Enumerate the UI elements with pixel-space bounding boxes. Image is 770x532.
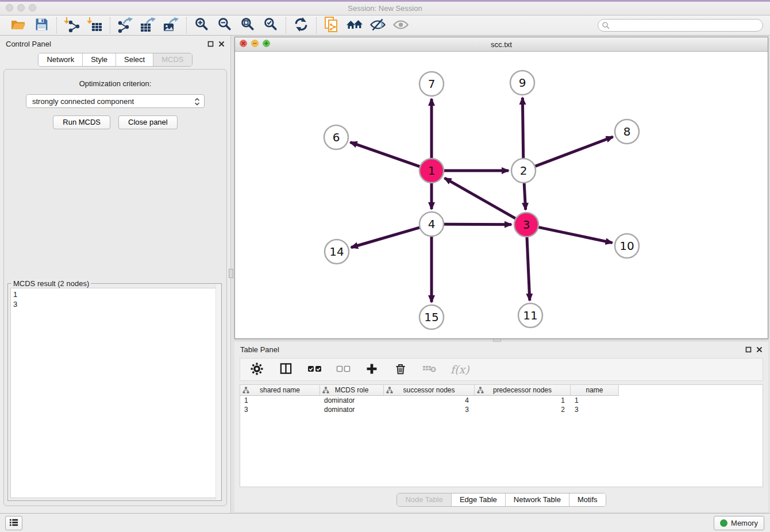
- column-header-predecessor-nodes[interactable]: predecessor nodes: [475, 385, 571, 396]
- table-row-0[interactable]: 1dominator411: [240, 396, 763, 405]
- edge-1-6[interactable]: [351, 142, 421, 167]
- graph-node-10[interactable]: 10: [615, 234, 639, 258]
- list-icon: [9, 518, 19, 529]
- node-label: 3: [523, 218, 530, 232]
- delete-column-button[interactable]: [393, 361, 408, 377]
- deselect-all-rows-button[interactable]: [336, 361, 351, 377]
- zoom-out-button[interactable]: [213, 17, 236, 34]
- tab-style[interactable]: Style: [82, 53, 116, 66]
- tab-mcds[interactable]: MCDS: [153, 53, 191, 66]
- graph-node-11[interactable]: 11: [518, 303, 542, 327]
- cell-predecessor-nodes[interactable]: 2: [475, 406, 571, 414]
- export-network-button[interactable]: [114, 17, 137, 34]
- edge-3-11[interactable]: [527, 237, 530, 300]
- table-panel: Table Panel f(x) shared nameMCDS rolesuc…: [234, 342, 768, 512]
- column-header-successor-nodes[interactable]: successor nodes: [384, 385, 475, 396]
- float-table-panel-icon[interactable]: [745, 346, 752, 353]
- toolbar-separator: [316, 17, 317, 33]
- vertical-splitter-grip[interactable]: [229, 269, 233, 278]
- memory-status-icon: [720, 519, 727, 527]
- export-table-button[interactable]: [137, 17, 160, 34]
- import-network-button[interactable]: [60, 17, 83, 34]
- graph-node-2[interactable]: 2: [511, 159, 536, 183]
- edge-3-10[interactable]: [538, 227, 613, 242]
- export-network-icon: [117, 17, 134, 34]
- tab-select[interactable]: Select: [116, 53, 153, 66]
- toggle-columns-button[interactable]: [278, 361, 293, 377]
- mcds-result-text[interactable]: 1 3: [10, 288, 219, 498]
- edge-4-3[interactable]: [444, 224, 511, 225]
- graph-node-7[interactable]: 7: [419, 72, 444, 96]
- zoom-in-button[interactable]: [190, 17, 213, 34]
- tab-network[interactable]: Network: [38, 53, 82, 66]
- check-boxes-icon: [307, 364, 322, 376]
- refresh-view-button[interactable]: [290, 17, 313, 34]
- edge-2-8[interactable]: [535, 137, 613, 166]
- zoom-fit-button[interactable]: [236, 17, 259, 34]
- close-panel-icon[interactable]: [218, 41, 225, 47]
- graph-node-1[interactable]: 1: [419, 159, 444, 183]
- home-button[interactable]: [343, 17, 366, 34]
- table-row-1[interactable]: 3dominator323: [240, 405, 763, 414]
- graph-node-9[interactable]: 9: [510, 71, 534, 95]
- cell-shared-name[interactable]: 3: [240, 406, 320, 414]
- cell-successor-nodes[interactable]: 3: [384, 406, 475, 414]
- cell-MCDS-role[interactable]: dominator: [320, 406, 384, 414]
- close-table-panel-icon[interactable]: [756, 346, 763, 353]
- table-settings-button[interactable]: [249, 361, 264, 377]
- close-panel-button[interactable]: Close panel: [118, 115, 178, 129]
- edge-2-9[interactable]: [522, 98, 523, 159]
- cell-MCDS-role[interactable]: dominator: [320, 396, 384, 404]
- network-canvas[interactable]: 7968124314101511: [235, 52, 768, 338]
- graph-node-4[interactable]: 4: [419, 212, 444, 236]
- network-window-titlebar: scc.txt: [235, 37, 768, 52]
- float-panel-icon[interactable]: [207, 41, 214, 47]
- node-table-body: 1dominator4113dominator323: [240, 396, 763, 414]
- eye-slash-icon: [369, 17, 386, 34]
- column-header-shared-name[interactable]: shared name: [240, 385, 320, 396]
- tab-motifs[interactable]: Motifs: [569, 494, 606, 506]
- cell-name[interactable]: 3: [571, 406, 619, 414]
- run-mcds-button[interactable]: Run MCDS: [53, 115, 110, 129]
- export-table-icon: [140, 17, 157, 34]
- node-label: 11: [523, 309, 537, 322]
- edge-3-1[interactable]: [445, 178, 516, 219]
- optimization-criterion-select[interactable]: strongly connected component: [26, 94, 205, 108]
- memory-button[interactable]: Memory: [714, 516, 764, 530]
- add-column-button[interactable]: [364, 361, 379, 377]
- mcds-result-scrollbar[interactable]: [215, 284, 221, 500]
- export-image-button[interactable]: [160, 17, 183, 34]
- tab-edge-table[interactable]: Edge Table: [451, 494, 505, 506]
- function-builder-button[interactable]: f(x): [451, 361, 469, 377]
- table-delete-icon: [422, 364, 437, 376]
- tab-network-table[interactable]: Network Table: [505, 494, 569, 506]
- fx-icon: f(x): [451, 363, 469, 376]
- graph-node-6[interactable]: 6: [324, 125, 348, 149]
- import-table-button[interactable]: [83, 17, 106, 34]
- search-input[interactable]: [598, 19, 763, 32]
- cell-successor-nodes[interactable]: 4: [384, 396, 475, 404]
- task-history-button[interactable]: [5, 516, 22, 530]
- cell-name[interactable]: 1: [571, 396, 619, 404]
- houses-icon: [346, 17, 364, 34]
- open-session-button[interactable]: [7, 17, 30, 34]
- graph-node-15[interactable]: 15: [419, 305, 444, 329]
- cell-predecessor-nodes[interactable]: 1: [475, 396, 571, 404]
- delete-table-button[interactable]: [422, 361, 437, 377]
- select-all-rows-button[interactable]: [307, 361, 322, 377]
- graph-node-3[interactable]: 3: [514, 213, 538, 237]
- duplicate-network-button[interactable]: [320, 17, 343, 34]
- zoom-selected-button[interactable]: [259, 17, 282, 34]
- import-table-icon: [86, 17, 103, 34]
- hide-graphics-button[interactable]: [366, 17, 389, 34]
- tab-node-table[interactable]: Node Table: [397, 494, 451, 506]
- column-header-MCDS-role[interactable]: MCDS role: [320, 385, 384, 396]
- edge-4-14[interactable]: [351, 228, 420, 248]
- column-header-name[interactable]: name: [571, 385, 619, 396]
- show-graphics-button[interactable]: [389, 17, 412, 34]
- save-session-button[interactable]: [30, 17, 53, 34]
- graph-node-14[interactable]: 14: [325, 240, 349, 264]
- graph-node-8[interactable]: 8: [615, 119, 639, 144]
- cell-shared-name[interactable]: 1: [240, 396, 320, 404]
- edge-2-3[interactable]: [524, 183, 526, 210]
